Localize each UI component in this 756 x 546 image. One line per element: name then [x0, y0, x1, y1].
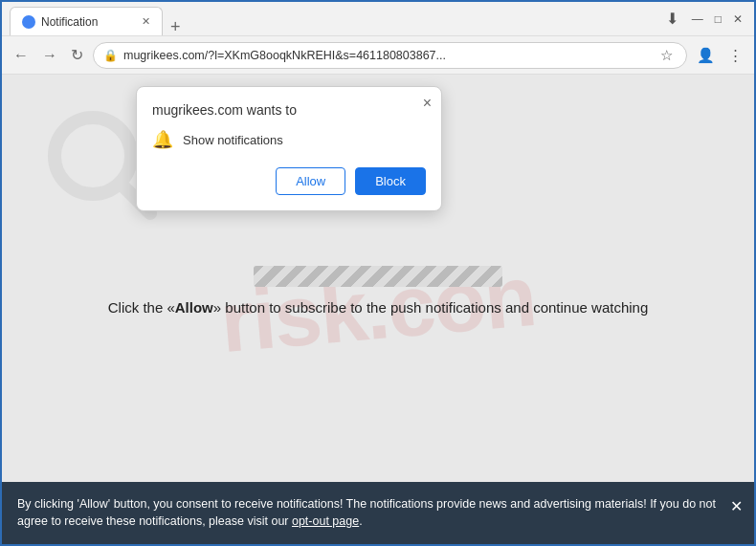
address-bar[interactable]: 🔒 mugrikees.com/?l=XKmG8ooqkNkREHI&s=461…	[93, 42, 687, 69]
tab-title: Notification	[41, 15, 98, 29]
popup-close-icon[interactable]: ×	[423, 95, 432, 112]
bottom-bar-text-part2: .	[359, 514, 362, 528]
instruction-bold: Allow	[175, 299, 213, 316]
popup-title: mugrikees.com wants to	[152, 102, 426, 118]
allow-button[interactable]: Allow	[276, 167, 345, 195]
minimize-button[interactable]: —	[692, 12, 703, 26]
main-instruction-text: Click the «Allow» button to subscribe to…	[2, 299, 754, 316]
popup-notification-text: Show notifications	[183, 133, 283, 147]
lock-icon: 🔒	[103, 49, 118, 62]
block-button[interactable]: Block	[355, 167, 426, 195]
new-tab-button[interactable]: +	[163, 18, 189, 35]
tab-favicon	[22, 15, 35, 29]
instruction-prefix: Click the «	[108, 299, 175, 316]
instruction-suffix: » button to subscribe to the push notifi…	[213, 299, 648, 316]
forward-button[interactable]: →	[38, 43, 61, 68]
opt-out-link[interactable]: opt-out page	[292, 514, 359, 528]
tab-close-icon[interactable]: ✕	[142, 15, 150, 28]
progress-container	[254, 266, 502, 287]
notification-popup: × mugrikees.com wants to 🔔 Show notifica…	[136, 86, 442, 211]
bell-icon: 🔔	[152, 129, 173, 150]
bottom-bar-close-icon[interactable]: ✕	[730, 495, 743, 518]
page-content: risk.con × mugrikees.com wants to 🔔 Show…	[2, 75, 754, 544]
popup-notification-row: 🔔 Show notifications	[152, 129, 426, 150]
refresh-button[interactable]: ↻	[67, 42, 87, 68]
popup-buttons: Allow Block	[152, 167, 426, 195]
download-icon: ⬇	[660, 10, 684, 28]
bottom-bar-text-part1: By clicking 'Allow' button, you consent …	[17, 497, 716, 529]
tab-area: Notification ✕ +	[10, 2, 653, 35]
svg-point-0	[55, 118, 131, 194]
progress-bar	[254, 266, 502, 287]
window-controls: — □ ✕	[692, 12, 746, 26]
menu-button[interactable]: ⋮	[724, 47, 746, 64]
bottom-bar: By clicking 'Allow' button, you consent …	[2, 482, 754, 545]
nav-bar: ← → ↻ 🔒 mugrikees.com/?l=XKmG8ooqkNkREHI…	[2, 36, 754, 75]
back-button[interactable]: ←	[10, 43, 33, 68]
title-bar: Notification ✕ + ⬇ — □ ✕	[2, 2, 754, 36]
address-text: mugrikees.com/?l=XKmG8ooqkNkREHI&s=46118…	[123, 49, 651, 62]
profile-button[interactable]: 👤	[693, 47, 719, 64]
browser-tab[interactable]: Notification ✕	[10, 7, 163, 35]
bookmark-icon[interactable]: ☆	[656, 47, 677, 64]
close-button[interactable]: ✕	[733, 12, 743, 26]
browser-window: Notification ✕ + ⬇ — □ ✕ ← → ↻ 🔒 mugrike…	[2, 2, 754, 544]
maximize-button[interactable]: □	[715, 12, 722, 26]
